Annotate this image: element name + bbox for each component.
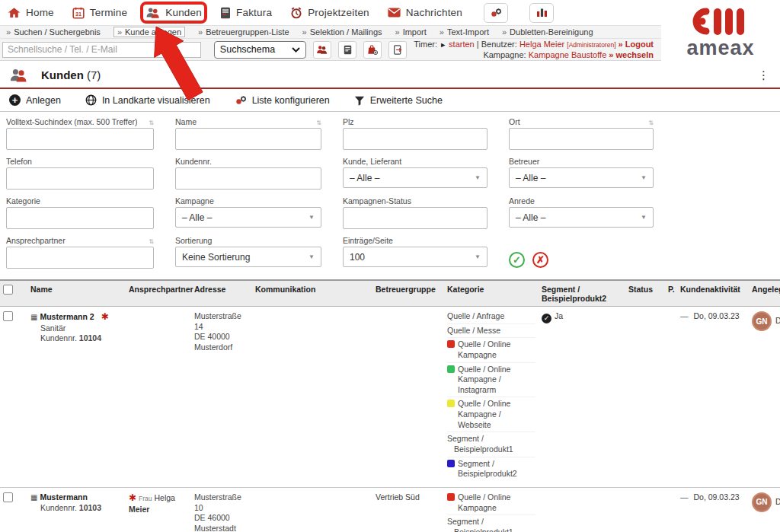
nav-label: Kunden (165, 7, 202, 18)
col-kommunikation[interactable]: Kommunikation (252, 280, 372, 307)
dot-gear-icon (490, 8, 502, 18)
telefon-input[interactable] (6, 167, 154, 190)
category-item: Quelle / Online Kampagne (447, 339, 535, 362)
settings-button[interactable] (484, 3, 508, 23)
reset-filter-button[interactable]: ✗ (532, 252, 548, 268)
filter-label: Name (175, 117, 197, 126)
category-item: Quelle / Online Kampagne / Webseite (447, 399, 535, 432)
dash: — (680, 311, 689, 320)
last-name: Meier (129, 505, 149, 514)
row-checkbox[interactable] (3, 492, 13, 502)
statistics-button[interactable] (529, 3, 554, 23)
customer-name[interactable]: Mustermann 2 (40, 312, 94, 321)
nav-item-termine[interactable]: 31 Termine (72, 7, 127, 19)
col-betreuergruppe[interactable]: Betreuergruppe (372, 280, 444, 307)
category-swatch (447, 400, 455, 407)
nav-item-kunden[interactable]: Kunden (145, 7, 202, 18)
table-row[interactable]: ▦Mustermann 2✱ Sanitär Kundennr. 10104 M… (0, 307, 780, 488)
important-asterisk-icon: ✱ (129, 492, 136, 503)
shop-quick-button[interactable] (363, 41, 382, 59)
sort-icon[interactable]: ⇅ (648, 119, 654, 126)
col-adresse[interactable]: Adresse (191, 280, 252, 307)
chevron-down-icon: ▼ (308, 214, 315, 221)
filter-label: Kampagne (175, 196, 214, 205)
anlegen-button[interactable]: + Anlegen (9, 94, 61, 106)
filter-kampagne: Kampagne – Alle –▼ (175, 196, 321, 229)
subnav-dubletten[interactable]: » Dubletten-Bereinigung (502, 27, 593, 37)
col-name[interactable]: Name (27, 280, 126, 307)
filter-form: Volltext-Suchindex (max. 500 Treffer)⇅ N… (0, 112, 780, 276)
sortierung-select[interactable]: Keine Sortierung▼ (175, 247, 321, 267)
nav-item-faktura[interactable]: Faktura (220, 7, 272, 19)
campaign-switch-link[interactable]: » wechseln (609, 50, 654, 59)
col-p[interactable]: P. (665, 280, 677, 307)
col-segment[interactable]: Segment / Beispielprodukt2 (539, 280, 625, 307)
session-info: Timer: ► starten | Benutzer: Helga Meier… (414, 39, 654, 61)
liste-konfigurieren-button[interactable]: Liste konfigurieren (235, 95, 330, 106)
customer-name[interactable]: Mustermann (40, 492, 87, 502)
globe-icon (85, 94, 97, 106)
anrede-select[interactable]: – Alle –▼ (509, 207, 654, 228)
export-quick-button[interactable] (388, 41, 407, 59)
apply-filter-button[interactable]: ✓ (509, 252, 525, 268)
check-badge-icon: ✓ (542, 314, 551, 323)
landkarte-button[interactable]: In Landkarte visualisieren (85, 94, 210, 106)
kundennr-input[interactable] (175, 167, 321, 190)
subnav-import[interactable]: » Import (395, 27, 427, 37)
top-bar: Home 31 Termine Kunden Faktura Projektze… (0, 0, 780, 61)
table-header-row: Name Ansprechpartner Adresse Kommunikati… (0, 280, 780, 307)
plz-input[interactable] (343, 128, 488, 150)
filter-plz: Plz (343, 117, 488, 150)
invoice-icon (220, 7, 231, 19)
category-item: Quelle / Online Kampagne (447, 492, 535, 515)
select-value: – Alle – (182, 212, 212, 223)
filter-label: Ort (509, 117, 520, 126)
col-status[interactable]: Status (625, 280, 665, 307)
avatar: GN (752, 311, 772, 331)
kunde-lieferant-select[interactable]: – Alle –▼ (343, 167, 488, 188)
customers-quick-button[interactable] (313, 41, 331, 59)
betreuer-select[interactable]: – Alle –▼ (509, 167, 654, 188)
document-quick-button[interactable] (338, 41, 356, 59)
nav-item-home[interactable]: Home (8, 7, 54, 18)
sort-icon[interactable]: ⇅ (316, 119, 321, 126)
subnav-selektion[interactable]: » Selektion / Mailings (302, 27, 382, 37)
ort-input[interactable] (509, 128, 654, 150)
volltext-input[interactable] (6, 128, 154, 150)
col-kategorie[interactable]: Kategorie (444, 280, 539, 307)
erweiterte-suche-button[interactable]: Erweiterte Suche (354, 95, 443, 106)
category-swatch (447, 493, 455, 501)
kampagne-select[interactable]: – Alle –▼ (175, 207, 321, 228)
col-ansprechpartner[interactable]: Ansprechpartner (126, 280, 191, 307)
segment-value: Ja (555, 311, 563, 320)
col-angelegt[interactable]: Angelegt (749, 280, 780, 307)
suchschema-select[interactable]: Suchschema (214, 41, 306, 59)
subnav-text-import[interactable]: » Text-Import (440, 27, 489, 37)
nav-item-projektzeiten[interactable]: Projektzeiten (290, 7, 369, 19)
ansprechpartner-input[interactable] (6, 247, 154, 269)
eintraege-select[interactable]: 100▼ (343, 247, 488, 267)
chevron: » (6, 27, 11, 37)
col-kundenaktivitaet[interactable]: Kundenaktivität (677, 280, 749, 307)
filter-label: Einträge/Seite (343, 236, 393, 245)
kategorie-input[interactable] (6, 207, 154, 229)
name-input[interactable] (175, 128, 321, 150)
campaign-label: Kampagne: (483, 50, 526, 59)
nav-item-nachrichten[interactable]: Nachrichten (388, 7, 462, 18)
timer-start-link[interactable]: starten (449, 40, 475, 49)
tool-label: Erweiterte Suche (370, 95, 443, 106)
table-row[interactable]: ▦Mustermann Kundennr. 10103 ✱Frau Helga … (0, 487, 780, 532)
quick-search-input[interactable] (2, 42, 201, 58)
kampagnen-status-input[interactable] (343, 207, 488, 229)
sort-icon[interactable]: ⇅ (149, 238, 154, 245)
row-checkbox[interactable] (3, 311, 13, 321)
sort-icon[interactable]: ⇅ (149, 119, 154, 126)
subnav-betreuergruppen[interactable]: » Betreuergruppen-Liste (198, 27, 289, 37)
subnav-suchen[interactable]: » Suchen / Suchergebnis (6, 27, 101, 37)
kundennr-value: 10103 (79, 503, 101, 512)
select-all-checkbox[interactable] (3, 285, 13, 295)
logout-link[interactable]: » Logout (619, 40, 654, 49)
subnav-kunde-anlegen[interactable]: » Kunde anlegen (113, 27, 185, 37)
subnav-label: Dubletten-Bereinigung (510, 27, 593, 37)
kebab-menu-icon[interactable]: ⋮ (758, 69, 769, 81)
